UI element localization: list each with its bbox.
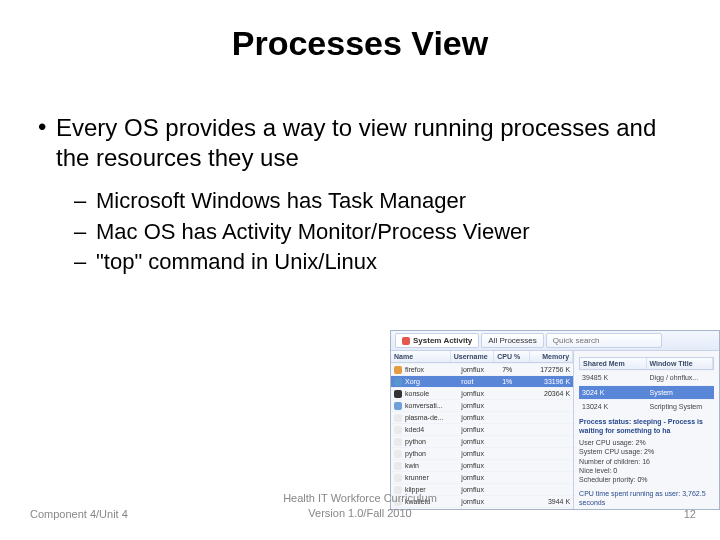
cell-name: krunner [402, 473, 458, 482]
table-row[interactable]: konversati...jornflux [391, 399, 573, 411]
cell-name: konsole [402, 389, 458, 398]
table-row[interactable]: kded4jornflux [391, 423, 573, 435]
col-cpu[interactable]: CPU % [494, 351, 529, 362]
detail-line: Nice level: 0 [579, 466, 714, 475]
right-row: 39485 KDigg / ohnflux... [579, 370, 714, 384]
detail-line: System CPU usage: 2% [579, 447, 714, 456]
tab-label: All Processes [488, 336, 536, 345]
cell-mem [532, 477, 573, 479]
cell-mem [532, 417, 573, 419]
col-window-title[interactable]: Window Title [647, 358, 713, 369]
cell-mem [532, 465, 573, 467]
cell-cpu [499, 417, 532, 419]
cell-user: jornflux [458, 449, 499, 458]
cell-mem: 172756 K [532, 365, 573, 374]
process-icon [394, 474, 402, 482]
process-icon [394, 426, 402, 434]
cell-name: konversati... [402, 401, 458, 410]
cell-user: jornflux [458, 437, 499, 446]
cell-shared: 13024 K [579, 401, 646, 412]
slide-title: Processes View [0, 24, 720, 63]
cell-user: jornflux [458, 365, 499, 374]
cell-cpu [499, 501, 532, 503]
sub-bullet-text: "top" command in Unix/Linux [96, 248, 377, 277]
task-manager-screenshot: System Activity All Processes Name Usern… [390, 330, 720, 510]
dash-marker: – [74, 218, 96, 247]
cell-mem [532, 453, 573, 455]
cell-user: root [458, 377, 499, 386]
detail-line: User CPU usage: 2% [579, 438, 714, 447]
bullet-text: Every OS provides a way to view running … [56, 113, 682, 173]
sub-bullet: –Microsoft Windows has Task Manager [74, 187, 682, 216]
detail-panel: Shared Mem Window Title 39485 KDigg / oh… [574, 351, 719, 509]
cell-mem [532, 441, 573, 443]
cell-name: Xorg [402, 377, 458, 386]
detail-line: Scheduler priority: 0% [579, 475, 714, 484]
table-row[interactable]: pythonjornflux [391, 447, 573, 459]
table-row[interactable]: firefoxjornflux7%172756 K [391, 363, 573, 375]
right-row: 3024 KSystem [579, 385, 714, 399]
footer-component: Component 4/Unit 4 [30, 508, 128, 520]
cell-cpu [499, 465, 532, 467]
cell-title: System [647, 387, 714, 398]
cell-mem: 3944 K [532, 497, 573, 506]
right-row: 13024 KScripting System [579, 399, 714, 413]
process-icon [394, 414, 402, 422]
cell-cpu [499, 405, 532, 407]
cell-cpu [499, 453, 532, 455]
activity-icon [402, 337, 410, 345]
table-row[interactable]: plasma-de...jornflux [391, 411, 573, 423]
bullet-level-1: • Every OS provides a way to view runnin… [38, 113, 682, 173]
cell-user: jornflux [458, 401, 499, 410]
cell-shared: 3024 K [579, 387, 646, 398]
cell-cpu: 1% [499, 377, 532, 386]
table-header: Name Username CPU % Memory [391, 351, 573, 363]
cell-cpu [499, 429, 532, 431]
tab-system-activity[interactable]: System Activity [395, 333, 479, 348]
cell-user: jornflux [458, 485, 499, 494]
bullet-marker: • [38, 113, 56, 173]
cell-name: plasma-de... [402, 413, 458, 422]
sub-bullet: –"top" command in Unix/Linux [74, 248, 682, 277]
process-icon [394, 450, 402, 458]
cell-user: jornflux [458, 497, 499, 506]
dash-marker: – [74, 248, 96, 277]
cell-title: Digg / ohnflux... [647, 372, 714, 383]
cell-name: python [402, 437, 458, 446]
col-name[interactable]: Name [391, 351, 451, 362]
col-shared-mem[interactable]: Shared Mem [580, 358, 646, 369]
cell-name: kded4 [402, 425, 458, 434]
sub-bullet-text: Microsoft Windows has Task Manager [96, 187, 466, 216]
cpu-time-user: CPU time spent running as user: 3,762.5 … [579, 489, 714, 508]
toolbar: System Activity All Processes [391, 331, 719, 351]
table-row[interactable]: pythonjornflux [391, 435, 573, 447]
dash-marker: – [74, 187, 96, 216]
table-row[interactable]: krunnerjornflux [391, 471, 573, 483]
cell-name: kwin [402, 461, 458, 470]
cell-mem [532, 489, 573, 491]
sub-bullet-text: Mac OS has Activity Monitor/Process View… [96, 218, 530, 247]
process-icon [394, 462, 402, 470]
slide-number: 12 [684, 508, 696, 520]
sub-bullet: –Mac OS has Activity Monitor/Process Vie… [74, 218, 682, 247]
process-icon [394, 438, 402, 446]
process-icon [394, 366, 402, 374]
cell-name: python [402, 449, 458, 458]
cell-user: jornflux [458, 425, 499, 434]
tab-all-processes[interactable]: All Processes [481, 333, 543, 348]
quick-search-input[interactable] [546, 333, 662, 348]
table-row[interactable]: konsolejornflux20364 K [391, 387, 573, 399]
cell-user: jornflux [458, 413, 499, 422]
col-username[interactable]: Username [451, 351, 495, 362]
cell-mem [532, 429, 573, 431]
table-row[interactable]: kwinjornflux [391, 459, 573, 471]
cell-user: jornflux [458, 473, 499, 482]
detail-line: Number of children: 16 [579, 457, 714, 466]
table-body: firefoxjornflux7%172756 KXorgroot1%33196… [391, 363, 573, 509]
cell-user: jornflux [458, 461, 499, 470]
table-row[interactable]: Xorgroot1%33196 K [391, 375, 573, 387]
cell-mem: 20364 K [532, 389, 573, 398]
right-rows: 39485 KDigg / ohnflux...3024 KSystem1302… [579, 370, 714, 413]
process-icon [394, 402, 402, 410]
col-memory[interactable]: Memory [530, 351, 574, 362]
